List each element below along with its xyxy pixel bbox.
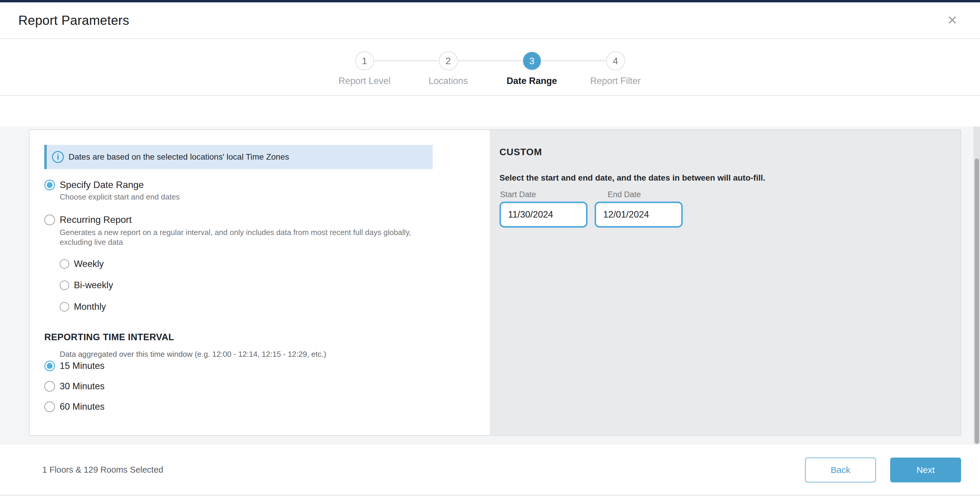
start-date-input[interactable]	[500, 202, 587, 227]
option-60-minutes-label[interactable]: 60 Minutes	[60, 401, 105, 412]
step-label-report-filter: Report Filter	[590, 76, 641, 86]
stepper: 1 Report Level 2 Locations 3 Date Range …	[0, 39, 980, 96]
timezone-info-text: Dates are based on the selected location…	[68, 152, 289, 162]
radio-specify-date-range[interactable]	[45, 180, 55, 190]
next-button[interactable]: Next	[890, 458, 961, 482]
custom-description: Select the start and end date, and the d…	[500, 173, 961, 183]
step-label-date-range: Date Range	[507, 76, 557, 86]
info-icon: i	[52, 151, 64, 163]
step-circle-4: 4	[606, 51, 625, 70]
option-60-minutes[interactable]: 60 Minutes	[45, 401, 490, 412]
radio-biweekly[interactable]	[60, 280, 69, 290]
step-circle-1: 1	[355, 51, 374, 70]
step-label-report-level: Report Level	[339, 76, 391, 86]
dialog-top-edge	[0, 0, 980, 2]
option-biweekly-label[interactable]: Bi-weekly	[74, 280, 113, 291]
step-report-level[interactable]: 1 Report Level	[323, 39, 406, 95]
option-recurring-report[interactable]: Recurring Report	[45, 214, 490, 225]
page-title: Report Parameters	[18, 13, 129, 28]
start-date-label: Start Date	[500, 190, 595, 199]
dialog-footer: 1 Floors & 129 Rooms Selected Back Next	[0, 445, 980, 495]
date-options-pane: i Dates are based on the selected locati…	[30, 130, 490, 435]
step-circle-3: 3	[522, 51, 541, 70]
close-icon[interactable]: ✕	[943, 13, 962, 28]
option-30-minutes-label[interactable]: 30 Minutes	[60, 381, 105, 392]
selection-summary: 1 Floors & 129 Rooms Selected	[42, 465, 163, 475]
scrollbar-thumb[interactable]	[975, 159, 979, 444]
radio-15-minutes[interactable]	[45, 361, 55, 371]
option-weekly[interactable]: Weekly	[60, 259, 490, 269]
option-specify-label[interactable]: Specify Date Range	[60, 180, 144, 190]
option-15-minutes-label[interactable]: 15 Minutes	[60, 361, 105, 371]
date-range-content: i Dates are based on the selected locati…	[0, 127, 980, 445]
option-15-minutes[interactable]: 15 Minutes	[45, 361, 490, 371]
option-30-minutes[interactable]: 30 Minutes	[45, 381, 490, 392]
stepper-connector	[458, 60, 522, 61]
end-date-label: End Date	[595, 190, 641, 199]
report-parameters-dialog: Report Parameters ✕ 1 Report Level 2 Loc…	[0, 0, 980, 496]
option-weekly-label[interactable]: Weekly	[74, 259, 104, 269]
reporting-time-interval-heading: REPORTING TIME INTERVAL	[45, 332, 490, 343]
custom-heading: CUSTOM	[500, 146, 961, 157]
radio-60-minutes[interactable]	[45, 401, 55, 412]
option-monthly-label[interactable]: Monthly	[74, 302, 106, 312]
reporting-time-interval-helper: Data aggregated over this time window (e…	[60, 350, 490, 359]
option-specify-date-range[interactable]: Specify Date Range	[45, 180, 490, 190]
spacer	[0, 96, 980, 127]
stepper-connector	[375, 60, 438, 61]
date-range-card: i Dates are based on the selected locati…	[29, 129, 961, 436]
radio-recurring-report[interactable]	[45, 215, 55, 225]
option-recurring-description: Generates a new report on a regular inte…	[60, 227, 435, 247]
step-date-range[interactable]: 3 Date Range	[490, 39, 574, 95]
step-circle-2: 2	[439, 51, 458, 70]
step-locations[interactable]: 2 Locations	[406, 39, 490, 95]
radio-30-minutes[interactable]	[45, 381, 55, 392]
option-specify-description: Choose explicit start and end dates	[60, 192, 490, 202]
dialog-header: Report Parameters ✕	[0, 2, 980, 39]
step-report-filter[interactable]: 4 Report Filter	[574, 39, 657, 95]
option-monthly[interactable]: Monthly	[60, 302, 490, 312]
stepper-connector	[542, 60, 606, 61]
option-biweekly[interactable]: Bi-weekly	[60, 280, 490, 291]
radio-monthly[interactable]	[60, 302, 69, 312]
step-label-locations: Locations	[428, 76, 468, 86]
scrollbar-track[interactable]	[974, 127, 980, 444]
radio-weekly[interactable]	[60, 259, 69, 269]
option-recurring-label[interactable]: Recurring Report	[60, 214, 132, 225]
timezone-info-banner: i Dates are based on the selected locati…	[45, 145, 433, 169]
custom-date-pane: CUSTOM Select the start and end date, an…	[490, 130, 961, 435]
back-button[interactable]: Back	[805, 458, 876, 482]
end-date-input[interactable]	[595, 202, 682, 227]
